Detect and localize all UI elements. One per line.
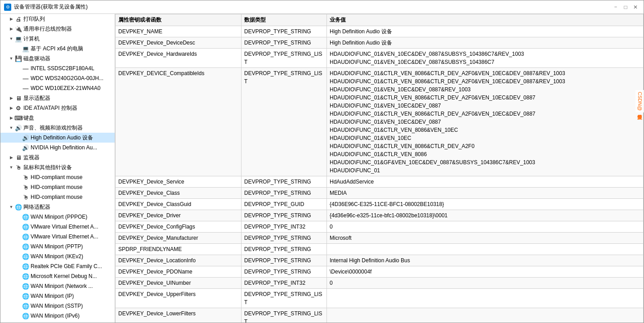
col-header-value: 业务值: [327, 14, 644, 26]
main-window: ⚙ 设备管理器(获取常见设备属性) － □ ✕ ▶ 🖨 打印队列 ▶ 🔌 通用串…: [0, 0, 644, 323]
cell-value: [327, 308, 644, 323]
cell-key: DEVPKEY_Device_ClassGuid: [116, 199, 242, 210]
item-label: VMware Virtual Ethernet A...: [31, 233, 98, 240]
table-row[interactable]: DEVPKEY_Device_Service DEVPROP_TYPE_STRI…: [116, 176, 644, 188]
cell-type: DEVPROP_TYPE_STRING_LIST: [242, 49, 327, 68]
tree-item-keyboard[interactable]: ▶ ⌨ 键盘: [0, 113, 115, 123]
tree-item-hid-mouse-3[interactable]: 🖱 HID-compliant mouse: [0, 192, 115, 202]
item-icon: 🌐: [22, 243, 29, 250]
tree-item-wan-pptp[interactable]: 🌐 WAN Miniport (PPTP): [0, 242, 115, 251]
tree-item-wan-sstp[interactable]: 🌐 WAN Miniport (SSTP): [0, 301, 115, 311]
tree-item-wan-network[interactable]: 🌐 WAN Miniport (Network ...: [0, 281, 115, 291]
cell-value: High Definition Audio 设备: [327, 26, 644, 37]
table-row[interactable]: DEVPKEY_Device_Driver DEVPROP_TYPE_STRIN…: [116, 210, 644, 221]
cell-key: DEVPKEY_Device_UINumber: [116, 278, 242, 289]
item-label: NVIDIA High Definition Au...: [31, 144, 97, 151]
tree-item-wan-ip[interactable]: 🌐 WAN Miniport (IP): [0, 291, 115, 301]
table-row[interactable]: SPDRP_FRIENDLYNAME DEVPROP_TYPE_STRING: [116, 244, 644, 255]
item-label: WAN Miniport (IPv6): [31, 313, 80, 319]
table-row[interactable]: DEVPKEY_Device_HardwareIds DEVPROP_TYPE_…: [116, 49, 644, 68]
tree-item-realtek-gbe[interactable]: 🌐 Realtek PCIe GbE Family C...: [0, 261, 115, 271]
tree-arrow: [15, 85, 22, 92]
main-content: ▶ 🖨 打印队列 ▶ 🔌 通用串行总线控制器 ▼ 💻 计算机 💻 基于 ACPI…: [0, 14, 644, 323]
cell-type: DEVPROP_TYPE_STRING_LIST: [242, 289, 327, 308]
item-label: WAN Miniport (IP): [31, 293, 74, 299]
tree-item-print-queue[interactable]: ▶ 🖨 打印队列: [0, 14, 115, 24]
tree-item-hid-mouse-2[interactable]: 🖱 HID-compliant mouse: [0, 182, 115, 192]
close-button[interactable]: ✕: [631, 3, 640, 12]
tree-item-sound-video[interactable]: ▼ 🔊 声音、视频和游戏控制器: [0, 123, 115, 133]
tree-item-ms-kernel-debug[interactable]: 🌐 Microsoft Kernel Debug N...: [0, 271, 115, 281]
tree-item-mouse-other[interactable]: ▼ 🖱 鼠标和其他指针设备: [0, 162, 115, 172]
tree-item-acpi-pc[interactable]: 💻 基于 ACPI x64 的电脑: [0, 44, 115, 54]
tree-item-display-adapter[interactable]: ▶ 🖥 显示适配器: [0, 93, 115, 103]
cell-key: DEVPKEY_Device_LowerFilters: [116, 308, 242, 323]
tree-arrow: ▶: [8, 104, 15, 112]
maximize-button[interactable]: □: [621, 3, 630, 12]
tree-item-vmware-eth-b[interactable]: 🌐 VMware Virtual Ethernet A...: [0, 232, 115, 242]
table-row[interactable]: DEVPKEY_Device_Class DEVPROP_TYPE_STRING…: [116, 188, 644, 199]
device-tree[interactable]: ▶ 🖨 打印队列 ▶ 🔌 通用串行总线控制器 ▼ 💻 计算机 💻 基于 ACPI…: [0, 14, 115, 323]
item-icon: 🌐: [15, 203, 22, 211]
tree-arrow: [15, 253, 22, 260]
properties-table-container[interactable]: 属性密钥或者函数 数据类型 业务值 DEVPKEY_NAME DEVPROP_T…: [115, 14, 644, 323]
tree-arrow: [15, 174, 22, 181]
item-icon: 🌐: [22, 292, 29, 300]
item-icon: 🖱: [22, 193, 29, 201]
tree-item-computer[interactable]: ▼ 💻 计算机: [0, 34, 115, 44]
table-row[interactable]: DEVPKEY_DEVICE_CompatibleIds DEVPROP_TYP…: [116, 68, 644, 176]
table-row[interactable]: DEVPKEY_Device_ClassGuid DEVPROP_TYPE_GU…: [116, 199, 644, 210]
tree-item-wan-ikev2[interactable]: 🌐 WAN Miniport (IKEv2): [0, 251, 115, 261]
tree-item-ide-ctrl[interactable]: ▶ ⚙ IDE ATA/ATAPI 控制器: [0, 103, 115, 113]
tree-item-wdc-wds240[interactable]: — WDC WDS240G2G0A-00JH...: [0, 73, 115, 83]
tree-arrow: [15, 292, 22, 300]
cell-key: DEVPKEY_Device_PDOName: [116, 266, 242, 278]
item-icon: 🔌: [15, 25, 22, 32]
table-row[interactable]: DEVPKEY_Device_LowerFilters DEVPROP_TYPE…: [116, 308, 644, 323]
watermark: CSDN@得鹿梦鱼: [635, 90, 644, 112]
item-label: HID-compliant mouse: [31, 174, 82, 180]
tree-item-hid-mouse-1[interactable]: 🖱 HID-compliant mouse: [0, 172, 115, 182]
table-row[interactable]: DEVPKEY_Device_PDOName DEVPROP_TYPE_STRI…: [116, 266, 644, 278]
table-row[interactable]: DEVPKEY_Device_UpperFilters DEVPROP_TYPE…: [116, 289, 644, 308]
tree-item-wan-ipv6[interactable]: 🌐 WAN Miniport (IPv6): [0, 311, 115, 321]
minimize-button[interactable]: －: [611, 3, 620, 12]
cell-value: \Device\0000004f: [327, 266, 644, 278]
table-row[interactable]: DEVPKEY_NAME DEVPROP_TYPE_STRING High De…: [116, 26, 644, 37]
tree-item-wdc-wd10[interactable]: — WDC WD10EZEX-21WN4A0: [0, 83, 115, 93]
tree-item-serial-ctrl[interactable]: ▶ 🔌 通用串行总线控制器: [0, 24, 115, 34]
table-row[interactable]: DEVPKEY_Device_DeviceDesc DEVPROP_TYPE_S…: [116, 37, 644, 49]
item-label: 计算机: [23, 35, 40, 43]
table-header-row: 属性密钥或者函数 数据类型 业务值: [116, 14, 644, 26]
tree-item-intel-ssdsc[interactable]: — INTEL SSDSC2BF180A4L: [0, 63, 115, 73]
tree-item-monitor[interactable]: ▶ 🖥 监视器: [0, 153, 115, 162]
cell-type: DEVPROP_TYPE_INT32: [242, 221, 327, 233]
tree-arrow: ▼: [8, 35, 15, 42]
tree-item-wan-l2tp[interactable]: 🌐 WAN Miniport (L2TP): [0, 321, 115, 323]
tree-item-nvidia-hd[interactable]: 🔊 NVIDIA High Definition Au...: [0, 143, 115, 153]
item-label: IDE ATA/ATAPI 控制器: [23, 104, 77, 112]
item-label: 鼠标和其他指针设备: [23, 164, 72, 171]
item-icon: 🖨: [15, 15, 22, 22]
tree-item-hd-audio-device[interactable]: 🔊 High Definition Audio 设备: [0, 133, 115, 143]
tree-item-wan-pppoe[interactable]: 🌐 WAN Miniport (PPPOE): [0, 212, 115, 222]
cell-key: DEVPKEY_Device_Class: [116, 188, 242, 199]
tree-item-net-adapter[interactable]: ▼ 🌐 网络适配器: [0, 202, 115, 212]
item-label: 网络适配器: [23, 203, 50, 211]
table-row[interactable]: DEVPKEY_Device_UINumber DEVPROP_TYPE_INT…: [116, 278, 644, 289]
item-icon: 🔊: [15, 124, 22, 131]
cell-value: Microsoft: [327, 233, 644, 244]
cell-key: DEVPKEY_Device_UpperFilters: [116, 289, 242, 308]
item-icon: ⚙: [15, 104, 22, 112]
table-row[interactable]: DEVPKEY_Device_LocationInfo DEVPROP_TYPE…: [116, 255, 644, 266]
tree-item-vmware-eth-a[interactable]: 🌐 VMware Virtual Ethernet A...: [0, 222, 115, 232]
tree-arrow: [15, 243, 22, 250]
item-icon: 🌐: [22, 253, 29, 260]
table-row[interactable]: DEVPKEY_Device_Manufacturer DEVPROP_TYPE…: [116, 233, 644, 244]
tree-item-disk-drive[interactable]: ▼ 💾 磁盘驱动器: [0, 54, 115, 63]
item-icon: 🌐: [22, 312, 29, 319]
item-icon: 🖱: [22, 174, 29, 181]
cell-key: DEVPKEY_Device_Driver: [116, 210, 242, 221]
table-row[interactable]: DEVPKEY_Device_ConfigFlags DEVPROP_TYPE_…: [116, 221, 644, 233]
item-label: Microsoft Kernel Debug N...: [31, 273, 97, 279]
